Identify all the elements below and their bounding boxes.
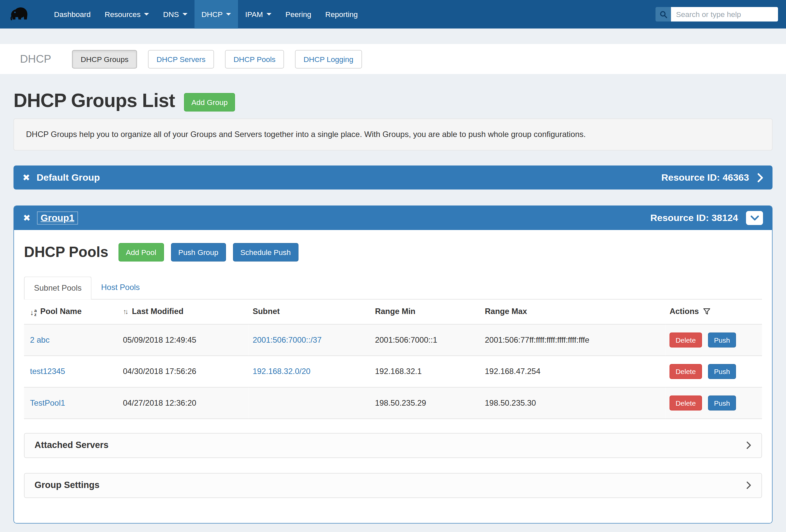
subnet-link[interactable]: 2001:506:7000::/37 bbox=[253, 336, 322, 344]
group-name-link[interactable]: Group1 bbox=[37, 212, 78, 225]
filter-icon[interactable] bbox=[703, 308, 711, 315]
pool-tabs: Subnet Pools Host Pools bbox=[24, 277, 762, 300]
tab-subnet-pools[interactable]: Subnet Pools bbox=[24, 277, 92, 300]
table-row: TestPool1 04/27/2018 12:36:20 198.50.235… bbox=[24, 387, 762, 419]
header-label: Actions bbox=[670, 307, 699, 316]
pool-name-link[interactable]: 2 abc bbox=[30, 336, 50, 344]
header-last-modified[interactable]: ↑↓Last Modified bbox=[119, 300, 249, 324]
header-label: Range Min bbox=[375, 307, 415, 316]
top-navbar: Dashboard Resources DNS DHCP IPAM Peerin… bbox=[0, 0, 786, 29]
sort-icon[interactable]: ↑↓ bbox=[123, 308, 127, 316]
tab-dhcp-groups[interactable]: DHCP Groups bbox=[72, 50, 137, 68]
nav-item-ipam[interactable]: IPAM bbox=[238, 0, 278, 29]
nav-item-dns[interactable]: DNS bbox=[156, 0, 194, 29]
nav-item-peering[interactable]: Peering bbox=[278, 0, 318, 29]
group-body: DHCP Pools Add Pool Push Group Schedule … bbox=[14, 230, 772, 523]
range-max-cell: 198.50.235.30 bbox=[481, 387, 665, 419]
last-modified-cell: 05/09/2018 12:49:45 bbox=[119, 324, 249, 356]
range-max-cell: 192.168.47.254 bbox=[481, 356, 665, 387]
header-label: Last Modified bbox=[132, 307, 184, 316]
nav-item-dhcp[interactable]: DHCP bbox=[194, 0, 238, 29]
range-min-cell: 192.168.32.1 bbox=[371, 356, 481, 387]
page-root: Dashboard Resources DNS DHCP IPAM Peerin… bbox=[0, 0, 786, 532]
pools-header-row: DHCP Pools Add Pool Push Group Schedule … bbox=[24, 243, 762, 262]
subnav-title: DHCP bbox=[20, 53, 51, 66]
push-button[interactable]: Push bbox=[708, 332, 736, 347]
range-max-cell: 2001:506:77ff:ffff:ffff:ffff:ffff:fffe bbox=[481, 324, 665, 356]
chevron-right-icon bbox=[746, 441, 752, 450]
range-min-cell: 198.50.235.29 bbox=[371, 387, 481, 419]
tab-dhcp-pools[interactable]: DHCP Pools bbox=[225, 50, 284, 68]
caret-down-icon bbox=[144, 13, 149, 16]
table-header-row: ↓azPool Name ↑↓Last Modified Subnet Rang… bbox=[24, 300, 762, 324]
sort-alpha-asc-icon[interactable]: ↓az bbox=[30, 308, 37, 316]
delete-button[interactable]: Delete bbox=[670, 364, 702, 379]
pools-title: DHCP Pools bbox=[24, 244, 108, 261]
remove-group-icon[interactable]: ✖ bbox=[23, 214, 31, 223]
title-row: DHCP Groups List Add Group bbox=[14, 90, 773, 112]
group-name: Default Group bbox=[37, 172, 100, 183]
nav-label: DNS bbox=[163, 10, 179, 19]
tab-host-pools[interactable]: Host Pools bbox=[92, 277, 149, 300]
collapse-toggle-button[interactable] bbox=[746, 211, 763, 225]
nav-label: IPAM bbox=[245, 10, 263, 19]
nav-label: Peering bbox=[285, 10, 311, 19]
mammoth-logo-icon bbox=[8, 5, 29, 23]
panel-label: Attached Servers bbox=[35, 440, 109, 451]
search-icon[interactable] bbox=[656, 7, 671, 22]
nav-label: Resources bbox=[105, 10, 141, 19]
group-header-default-group[interactable]: ✖ Default Group Resource ID: 46363 bbox=[14, 166, 773, 190]
push-button[interactable]: Push bbox=[708, 364, 736, 379]
push-group-button[interactable]: Push Group bbox=[171, 243, 226, 262]
mammoth-logo[interactable] bbox=[8, 0, 29, 29]
remove-group-icon[interactable]: ✖ bbox=[23, 173, 30, 182]
caret-down-icon bbox=[182, 13, 187, 16]
add-pool-button[interactable]: Add Pool bbox=[118, 243, 164, 262]
header-range-min: Range Min bbox=[371, 300, 481, 324]
pool-name-link[interactable]: TestPool1 bbox=[30, 398, 65, 407]
group-settings-panel[interactable]: Group Settings bbox=[24, 473, 762, 498]
last-modified-cell: 04/30/2018 17:56:26 bbox=[119, 356, 249, 387]
page-content: DHCP Groups List Add Group DHCP Groups h… bbox=[0, 90, 786, 523]
header-subnet: Subnet bbox=[249, 300, 371, 324]
schedule-push-button[interactable]: Schedule Push bbox=[233, 243, 298, 262]
attached-servers-panel[interactable]: Attached Servers bbox=[24, 433, 762, 458]
subnet-link[interactable]: 192.168.32.0/20 bbox=[253, 367, 311, 375]
add-group-button[interactable]: Add Group bbox=[184, 93, 235, 112]
tab-dhcp-logging[interactable]: DHCP Logging bbox=[295, 50, 362, 68]
chevron-right-icon[interactable] bbox=[757, 173, 764, 182]
nav-label: DHCP bbox=[201, 10, 223, 19]
subnav-bar: DHCP DHCP Groups DHCP Servers DHCP Pools… bbox=[0, 44, 786, 74]
tab-dhcp-servers[interactable]: DHCP Servers bbox=[148, 50, 214, 68]
nav-label: Dashboard bbox=[54, 10, 91, 19]
nav-label: Reporting bbox=[325, 10, 358, 19]
delete-button[interactable]: Delete bbox=[670, 395, 702, 410]
group-header-group1[interactable]: ✖ Group1 Resource ID: 38124 bbox=[14, 206, 772, 230]
nav-item-reporting[interactable]: Reporting bbox=[318, 0, 365, 29]
header-actions: Actions bbox=[666, 300, 762, 324]
header-label: Range Max bbox=[485, 307, 527, 316]
header-pool-name[interactable]: ↓azPool Name bbox=[24, 300, 119, 324]
table-row: 2 abc 05/09/2018 12:49:45 2001:506:7000:… bbox=[24, 324, 762, 356]
search-input[interactable] bbox=[671, 7, 778, 22]
page-title: DHCP Groups List bbox=[14, 90, 175, 112]
global-search bbox=[656, 0, 778, 29]
nav-item-resources[interactable]: Resources bbox=[98, 0, 156, 29]
pools-table: ↓azPool Name ↑↓Last Modified Subnet Rang… bbox=[24, 300, 762, 419]
delete-button[interactable]: Delete bbox=[670, 332, 702, 347]
resource-id-label: Resource ID: 38124 bbox=[650, 213, 738, 224]
resource-id-label: Resource ID: 46363 bbox=[661, 172, 749, 183]
last-modified-cell: 04/27/2018 12:36:20 bbox=[119, 387, 249, 419]
push-button[interactable]: Push bbox=[708, 395, 736, 410]
nav-item-dashboard[interactable]: Dashboard bbox=[47, 0, 98, 29]
panel-label: Group Settings bbox=[35, 480, 100, 491]
pool-name-link[interactable]: test12345 bbox=[30, 367, 65, 375]
subnet-cell bbox=[249, 387, 371, 419]
header-label: Pool Name bbox=[40, 307, 82, 316]
page-description: DHCP Groups help you to organize all of … bbox=[14, 119, 773, 151]
header-label: Subnet bbox=[253, 307, 280, 316]
header-range-max: Range Max bbox=[481, 300, 665, 324]
caret-down-icon bbox=[226, 13, 231, 16]
range-min-cell: 2001:506:7000::1 bbox=[371, 324, 481, 356]
main-nav: Dashboard Resources DNS DHCP IPAM Peerin… bbox=[47, 0, 365, 29]
